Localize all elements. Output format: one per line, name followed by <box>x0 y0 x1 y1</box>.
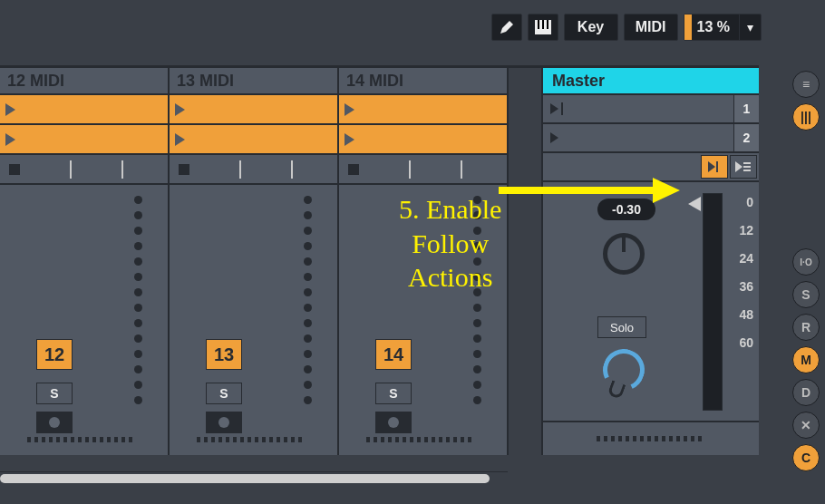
tick-mark <box>70 160 72 179</box>
play-icon <box>175 103 185 116</box>
db-label: 36 <box>739 279 753 294</box>
cpu-meter-bar <box>684 15 692 40</box>
right-sidebar: ≡ ||| I·O S R M D ✕ C <box>792 71 820 471</box>
master-track: Master 1 2 -0.30 Solo <box>541 68 759 455</box>
crossfade-toggle[interactable]: ✕ <box>792 412 820 439</box>
clip-slot[interactable] <box>339 125 507 155</box>
track-col: 12 MIDI 12 S <box>0 68 170 455</box>
tick-mark <box>461 160 462 179</box>
track-activator[interactable]: 12 <box>36 339 73 370</box>
clip-stop-row[interactable] <box>339 155 507 185</box>
sends-toggle[interactable]: S <box>792 281 820 308</box>
volume-slider-handle[interactable] <box>688 197 701 211</box>
tick-mark <box>291 160 293 179</box>
clip-slot[interactable] <box>0 125 168 155</box>
record-icon <box>49 417 60 428</box>
stop-icon <box>179 164 189 175</box>
performance-toggle[interactable]: C <box>792 444 820 471</box>
session-grid: 12 MIDI 12 S 13 MIDI <box>0 65 759 455</box>
db-label: 60 <box>739 335 753 350</box>
clip-slot[interactable] <box>0 95 168 125</box>
follow-actions-button[interactable] <box>701 155 728 179</box>
clip-stop-row[interactable] <box>0 155 168 185</box>
svg-rect-2 <box>542 20 544 29</box>
solo-button[interactable]: S <box>375 383 412 404</box>
piano-icon-button[interactable] <box>528 14 558 41</box>
track-mixer: 14 S <box>339 185 507 455</box>
play-icon <box>5 103 15 116</box>
clip-slot[interactable] <box>170 125 337 155</box>
delay-toggle[interactable]: D <box>792 379 820 406</box>
menu-icon[interactable]: ≡ <box>792 71 820 98</box>
top-toolbar: Key MIDI 13 % ▾ <box>0 0 825 54</box>
play-icon <box>345 133 354 146</box>
crossfader[interactable] <box>597 436 705 441</box>
cue-volume-knob[interactable] <box>597 344 651 397</box>
stop-icon <box>9 164 20 175</box>
track-activator[interactable]: 14 <box>375 339 412 370</box>
io-toggle[interactable]: I·O <box>792 248 820 276</box>
master-pan-knob[interactable] <box>603 233 645 275</box>
scene-launch[interactable] <box>543 95 733 122</box>
send-knobs[interactable] <box>304 196 312 404</box>
track-activator[interactable]: 13 <box>206 339 242 370</box>
sidebar-spacer <box>792 136 820 243</box>
db-scale: 0 12 24 36 48 60 <box>739 195 753 350</box>
master-volume-value[interactable]: -0.30 <box>597 199 655 220</box>
key-map-button[interactable]: Key <box>564 14 618 41</box>
solo-button[interactable]: S <box>36 383 73 404</box>
cpu-meter[interactable]: 13 % ▾ <box>684 14 762 41</box>
horizontal-scrollbar[interactable] <box>0 471 508 486</box>
clip-stop-row[interactable] <box>170 155 337 185</box>
returns-toggle[interactable]: R <box>792 314 820 341</box>
scene-row: 1 <box>543 95 759 124</box>
master-header[interactable]: Master <box>543 68 759 95</box>
send-knobs[interactable] <box>473 196 481 404</box>
db-label: 12 <box>739 223 753 237</box>
draw-mode-button[interactable] <box>491 14 522 41</box>
scene-launch[interactable] <box>543 124 733 151</box>
send-knobs[interactable] <box>134 196 142 404</box>
svg-marker-6 <box>735 161 742 172</box>
track-gap <box>509 68 541 455</box>
arm-button[interactable] <box>206 412 242 433</box>
tick-mark <box>409 160 411 179</box>
solo-button[interactable]: S <box>206 383 242 404</box>
play-icon <box>175 133 185 146</box>
master-footer <box>543 421 759 455</box>
clip-slot[interactable] <box>339 95 507 125</box>
columns-icon[interactable]: ||| <box>792 103 820 131</box>
track-header[interactable]: 13 MIDI <box>170 68 337 95</box>
scroll-thumb[interactable] <box>0 474 490 483</box>
svg-rect-5 <box>716 161 718 172</box>
svg-rect-8 <box>743 166 751 168</box>
midi-map-button[interactable]: MIDI <box>624 14 678 41</box>
svg-marker-4 <box>708 161 715 172</box>
play-icon <box>550 132 558 143</box>
clip-slot[interactable] <box>170 95 337 125</box>
track-header[interactable]: 12 MIDI <box>0 68 168 95</box>
arm-button[interactable] <box>375 412 412 433</box>
scene-row: 2 <box>543 124 759 153</box>
arm-button[interactable] <box>36 412 73 433</box>
svg-rect-7 <box>743 162 751 164</box>
stop-icon <box>348 164 359 175</box>
tick-mark <box>239 160 241 179</box>
back-to-arrangement-button[interactable] <box>730 155 757 179</box>
play-icon <box>5 133 15 146</box>
master-control-row <box>543 153 759 182</box>
crossfade-assign[interactable] <box>366 437 475 442</box>
scene-number[interactable]: 1 <box>733 95 759 122</box>
db-label: 48 <box>739 307 753 322</box>
db-label: 0 <box>746 195 753 209</box>
mixer-toggle[interactable]: M <box>792 346 820 373</box>
scene-number[interactable]: 2 <box>733 124 759 151</box>
crossfade-assign[interactable] <box>197 437 306 442</box>
svg-rect-9 <box>743 170 751 171</box>
cpu-meter-dropdown[interactable]: ▾ <box>739 15 761 40</box>
crossfade-assign[interactable] <box>27 437 136 442</box>
track-header[interactable]: 14 MIDI <box>339 68 507 95</box>
play-icon <box>345 103 354 116</box>
track-mixer: 13 S <box>170 185 337 455</box>
cue-solo-button[interactable]: Solo <box>597 316 646 338</box>
